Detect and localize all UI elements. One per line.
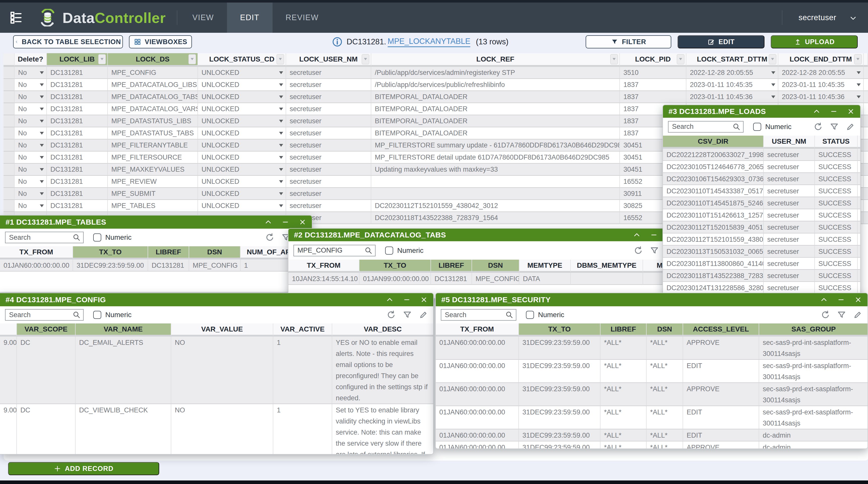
table-cell[interactable]: NO: [171, 337, 273, 404]
column-header-delete?[interactable]: Delete?: [14, 53, 47, 67]
column-filter-button[interactable]: [610, 54, 618, 64]
table-cell[interactable]: No: [14, 188, 47, 200]
table-cell[interactable]: No: [14, 115, 47, 127]
column-header-access_level[interactable]: ACCESS_LEVEL: [683, 323, 759, 337]
table-cell[interactable]: *ALL*: [647, 406, 683, 429]
search-input[interactable]: [441, 311, 516, 319]
table-cell[interactable]: YES or NO to enable email alerts. Note -…: [332, 337, 434, 404]
table-cell[interactable]: UNLOCKED: [198, 151, 286, 164]
table-cell[interactable]: UNLOCKED: [198, 176, 286, 188]
table-cell[interactable]: APPROVE: [683, 337, 759, 360]
table-cell[interactable]: BITEMPORAL_DATALOADER: [371, 91, 620, 103]
table-cell[interactable]: secretuser: [764, 197, 815, 209]
table-cell[interactable]: SUCCESS: [815, 185, 858, 197]
table-cell[interactable]: 2023-01-11 10:45:36: [778, 91, 864, 103]
table-cell[interactable]: secretuser: [764, 185, 815, 197]
table-cell[interactable]: secretuser: [286, 188, 371, 200]
funnel-icon[interactable]: [837, 310, 846, 320]
table-cell[interactable]: DC20221228T200633027_1998: [663, 149, 764, 161]
cell-dropdown-caret-icon[interactable]: [771, 95, 775, 98]
table-cell[interactable]: secretuser: [764, 270, 815, 282]
table-cell[interactable]: 01JAN60:00:00:00.00: [436, 360, 519, 383]
table-cell[interactable]: DC20230112T152015839_40518: [663, 221, 764, 233]
table-cell[interactable]: 31DEC99:23:59:59.00: [73, 259, 148, 272]
table-cell[interactable]: 31DEC99:23:59:59.00: [519, 337, 600, 360]
table-cell[interactable]: DC131281: [47, 164, 108, 176]
table-cell[interactable]: DC131281: [47, 188, 108, 200]
table-cell[interactable]: 2023-01-11 10:45:35: [686, 79, 778, 91]
refresh-icon[interactable]: [265, 233, 275, 242]
table-cell[interactable]: BITEMPORAL_DATALOADER: [371, 127, 620, 139]
column-header-tx_to[interactable]: TX_TO: [73, 246, 148, 259]
table-cell[interactable]: No: [14, 164, 47, 176]
table-cell[interactable]: DC20230110T145433387_05174: [663, 185, 764, 197]
column-header-csv_dir[interactable]: CSV_DIR: [663, 136, 764, 149]
table-cell[interactable]: 31DEC99:23:59:59.00: [519, 383, 600, 406]
table-cell[interactable]: DC131281: [431, 273, 472, 285]
table-cell[interactable]: *ALL*: [600, 337, 647, 360]
table-cell[interactable]: DC131281: [47, 127, 108, 139]
table-cell[interactable]: No: [14, 79, 47, 91]
table-cell[interactable]: MPE_FILTERSOURCE: [108, 151, 198, 164]
column-header-lock_end_dttm[interactable]: LOCK_END_DTTM: [778, 53, 864, 67]
table-cell[interactable]: secretuser: [286, 139, 371, 151]
table-cell[interactable]: sec-sas9-prd-int-sasplatform-300114sasjs: [759, 337, 868, 360]
table-cell[interactable]: DATA: [519, 273, 571, 285]
table-cell[interactable]: DC131281: [47, 139, 108, 151]
column-filter-button[interactable]: [769, 54, 776, 64]
cell-dropdown-caret-icon[interactable]: [279, 168, 283, 171]
column-filter-button[interactable]: [854, 54, 862, 64]
cell-dropdown-caret-icon[interactable]: [40, 132, 44, 135]
cell-dropdown-caret-icon[interactable]: [40, 108, 44, 110]
cell-dropdown-caret-icon[interactable]: [279, 108, 283, 110]
add-record-button[interactable]: ADD RECORD: [8, 462, 159, 475]
table-cell[interactable]: *ALL*: [600, 406, 647, 429]
table-cell[interactable]: MP_FILTERSTORE summary update - 61D7A786…: [371, 139, 620, 151]
table-cell[interactable]: DC131281: [47, 91, 108, 103]
collapse-icon[interactable]: [386, 296, 394, 304]
table-cell[interactable]: secretuser: [286, 164, 371, 176]
table-cell[interactable]: MPE_MAXKEYVALUES: [108, 164, 198, 176]
table-cell[interactable]: MPE_CONFIG: [108, 67, 198, 79]
table-cell[interactable]: *ALL*: [647, 360, 683, 383]
table-cell[interactable]: MPE_CONFIG: [472, 273, 519, 285]
column-header-user_nm[interactable]: USER_NM: [764, 136, 815, 149]
refresh-icon[interactable]: [386, 310, 396, 320]
refresh-icon[interactable]: [820, 310, 830, 320]
table-cell[interactable]: secretuser: [286, 79, 371, 91]
table-cell[interactable]: DC20230112T152101559_438042_3012: [371, 200, 620, 212]
numeric-checkbox[interactable]: [753, 123, 761, 131]
table-cell[interactable]: BITEMPORAL_DATALOADER: [371, 103, 620, 115]
table-cell[interactable]: DC_VIEWLIB_CHECK: [75, 404, 171, 455]
table-cell[interactable]: sec-sas9-prd-ext-sasplatform-300114sasjs: [759, 383, 868, 406]
table-cell[interactable]: DC20230113T150531032_0065: [663, 246, 764, 258]
cell-dropdown-caret-icon[interactable]: [279, 192, 283, 195]
tab-view[interactable]: VIEW: [179, 2, 227, 33]
table-cell[interactable]: secretuser: [764, 161, 815, 173]
table-cell[interactable]: /Public/app/dc/services/admin/registerke…: [371, 67, 620, 79]
cell-dropdown-caret-icon[interactable]: [40, 156, 44, 159]
table-cell[interactable]: 31DEC99:23:59:59.00: [519, 429, 600, 442]
table-cell[interactable]: 2022-12-28 20:05:55: [778, 67, 864, 79]
column-filter-button[interactable]: [677, 54, 684, 64]
table-cell[interactable]: secretuser: [764, 221, 815, 233]
table-cell[interactable]: DC20230105T124646778_2065: [663, 161, 764, 173]
table-cell[interactable]: secretuser: [286, 115, 371, 127]
table-cell[interactable]: No: [14, 200, 47, 212]
table-cell[interactable]: BITEMPORAL_DATALOADER: [371, 115, 620, 127]
table-cell[interactable]: UNLOCKED: [198, 139, 286, 151]
minimize-icon[interactable]: [282, 218, 289, 226]
cell-dropdown-caret-icon[interactable]: [279, 144, 283, 147]
table-cell[interactable]: sec-sas9-prd-ext-sasplatform-300114sasjs: [759, 406, 868, 429]
search-input[interactable]: [294, 247, 375, 254]
table-name-link[interactable]: MPE_LOCKANYTABLE: [388, 37, 470, 47]
column-header-var_value[interactable]: VAR_VALUE: [171, 323, 273, 337]
table-cell[interactable]: DC: [17, 404, 75, 455]
table-cell[interactable]: SUCCESS: [815, 246, 858, 258]
cell-dropdown-caret-icon[interactable]: [279, 83, 283, 86]
window-titlebar[interactable]: #1 DC131281.MPE_TABLES: [0, 216, 312, 229]
collapse-icon[interactable]: [813, 108, 820, 115]
table-cell[interactable]: secretuser: [286, 103, 371, 115]
table-cell[interactable]: 9.00: [0, 337, 17, 404]
cell-dropdown-caret-icon[interactable]: [279, 95, 283, 98]
